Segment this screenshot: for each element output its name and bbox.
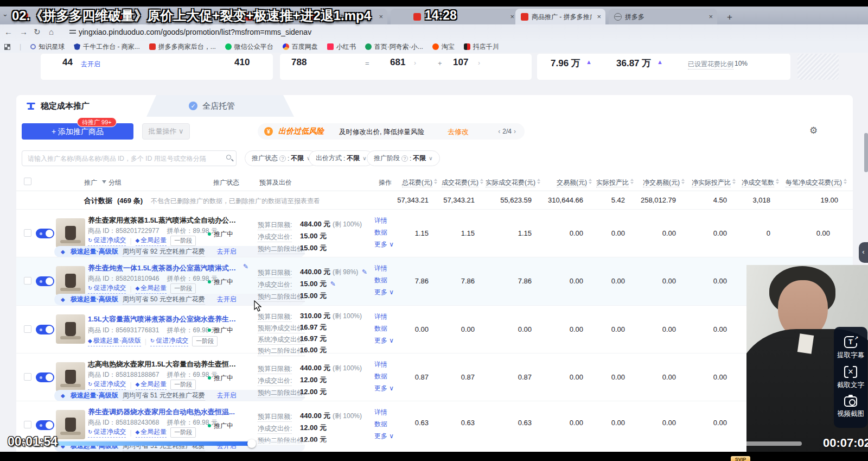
banner-enable-link[interactable]: 去开启 xyxy=(217,247,237,256)
col-metric[interactable]: 净实际投产比 xyxy=(692,178,736,187)
svip-badge[interactable]: SVIP xyxy=(731,456,750,461)
more-link[interactable]: 更多 ∨ xyxy=(374,432,394,441)
bookmark[interactable]: 千牛工作台 - 商家... xyxy=(74,42,140,52)
filter-promo-status[interactable]: 推广状态 ?: 不限 ∨ xyxy=(245,150,318,166)
apps-grid-icon[interactable] xyxy=(4,44,10,50)
more-link[interactable]: 更多 ∨ xyxy=(374,240,394,249)
site-info-icon[interactable] xyxy=(69,29,76,35)
add-promotion-button[interactable]: + 添加推广商品 xyxy=(22,123,133,140)
col-metric[interactable]: 交易额(元) xyxy=(557,178,592,187)
select-all-checkbox[interactable] xyxy=(24,178,31,185)
search-box[interactable] xyxy=(22,150,237,166)
enable-link[interactable]: 去开启 xyxy=(81,60,100,69)
settings-gear-icon[interactable]: ⚙ xyxy=(809,125,818,136)
tab-search-caret-icon[interactable]: ⌄ xyxy=(2,10,8,18)
tag-link[interactable]: ◆全局起量 xyxy=(136,427,167,438)
tag-link[interactable]: ↻促进净成交 xyxy=(88,380,126,390)
edit-icon[interactable]: ✎ xyxy=(330,280,336,288)
close-icon[interactable]: × xyxy=(510,12,514,21)
bookmark[interactable]: 首页·阿奇索·小... xyxy=(365,42,423,52)
row-checkbox[interactable] xyxy=(24,277,31,285)
promo-toggle[interactable] xyxy=(36,420,54,430)
tab-shop-hosting[interactable]: ✓ 全店托管 xyxy=(189,95,235,117)
reload-icon[interactable]: ↻ xyxy=(34,27,41,37)
detail-link[interactable]: 详情 xyxy=(374,360,387,369)
detail-link[interactable]: 详情 xyxy=(374,408,387,417)
detail-link[interactable]: 详情 xyxy=(374,264,387,273)
col-metric[interactable]: 总花费(元) xyxy=(402,178,437,187)
banner-enable-link[interactable]: 去开启 xyxy=(217,295,237,304)
pager-prev-icon[interactable]: ‹ xyxy=(496,128,502,135)
bookmark[interactable]: 淘宝 xyxy=(432,42,455,52)
filter-funnel-icon[interactable] xyxy=(102,180,106,184)
bookmark[interactable]: 知识星球 xyxy=(30,42,65,52)
col-metric[interactable]: 每笔净成交花费(元) xyxy=(786,178,847,187)
new-tab-button[interactable]: + xyxy=(727,12,732,23)
filter-bid-type[interactable]: 出价方式: 不限 ∨ xyxy=(309,150,374,166)
bookmark[interactable]: 百度网盘 xyxy=(283,42,318,52)
close-icon[interactable]: × xyxy=(597,12,601,21)
scrollbar-thumb[interactable] xyxy=(864,133,868,172)
row-checkbox[interactable] xyxy=(24,421,31,428)
detail-link[interactable]: 详情 xyxy=(374,312,387,321)
bookmark[interactable]: 微信公众平台 xyxy=(225,42,273,52)
col-metric[interactable]: 成交花费(元) xyxy=(442,178,483,187)
browser-tab-pdd[interactable]: 拼多多 × xyxy=(609,9,717,24)
forward-icon[interactable]: → xyxy=(20,27,28,36)
pager-next-icon[interactable]: › xyxy=(512,128,518,135)
promo-toggle[interactable] xyxy=(36,325,54,334)
product-name[interactable]: 1.5L大容量蒸汽喷淋煮茶器办公室烧水壶养生壶... xyxy=(88,314,240,324)
warning-pager[interactable]: ‹2/4› xyxy=(496,128,518,135)
close-icon[interactable]: × xyxy=(709,12,713,21)
batch-actions-button[interactable]: 批量操作 ∨ xyxy=(142,123,190,140)
product-name[interactable]: 养生壶炖煮一体1.5L煮茶器办公室蒸汽喷淋式全... xyxy=(88,263,240,273)
product-name[interactable]: 志高电热烧水壶家用1.5L大容量自动养生壶恒温... xyxy=(88,359,240,369)
tag-link[interactable]: ◆全局起量 xyxy=(136,283,167,294)
chevron-right-icon[interactable]: › xyxy=(414,59,416,67)
capture-text-button[interactable]: ✕ 截取文字 xyxy=(837,366,864,390)
tag-link[interactable]: ↻促进净成交 xyxy=(88,236,126,246)
url-bar[interactable]: yingxiao.pinduoduo.com/goods/promotion/l… xyxy=(79,28,311,36)
tag-link[interactable]: ◆全局起量 xyxy=(136,236,167,246)
close-icon[interactable]: × xyxy=(379,12,383,21)
col-metric[interactable]: 实际投产比 xyxy=(596,178,634,187)
detail-link[interactable]: 详情 xyxy=(374,216,387,225)
tag-link[interactable]: ↻促进净成交 xyxy=(88,283,126,294)
bookmark[interactable]: 拼多多商家后台，... xyxy=(149,42,216,52)
home-icon[interactable]: ⌂ xyxy=(49,27,54,36)
fix-bid-link[interactable]: 去修改 xyxy=(448,127,469,137)
tag-link[interactable]: ↻促进净成交 xyxy=(88,427,126,438)
promo-toggle[interactable] xyxy=(36,276,54,286)
tag-link[interactable]: ◆全局起量 xyxy=(136,380,167,390)
product-name[interactable]: 养生壶调奶器烧水壶家用全自动电热水壶恒温... xyxy=(88,407,235,417)
search-icon[interactable] xyxy=(226,155,231,160)
back-icon[interactable]: ← xyxy=(4,27,12,36)
edit-icon[interactable]: ✎ xyxy=(362,268,367,276)
extract-subtitles-button[interactable]: T 提取字幕 xyxy=(837,336,864,360)
search-input[interactable] xyxy=(28,151,223,165)
more-link[interactable]: 更多 ∨ xyxy=(374,288,394,297)
promo-toggle[interactable] xyxy=(36,229,54,238)
filter-promo-stage[interactable]: 推广阶段 ?: 不限 ∨ xyxy=(367,150,440,166)
promo-toggle[interactable] xyxy=(36,372,54,382)
chevron-right-icon[interactable]: › xyxy=(478,59,480,67)
more-link[interactable]: 更多 ∨ xyxy=(374,384,394,393)
row-checkbox[interactable] xyxy=(24,325,31,333)
col-metric[interactable]: 净交易额(元) xyxy=(643,178,685,187)
browser-tab-active[interactable]: 商品推广 - 拼多多推广平台 × xyxy=(515,9,605,24)
col-group[interactable]: 分组 xyxy=(108,178,122,187)
more-link[interactable]: 更多 ∨ xyxy=(374,336,394,345)
col-metric[interactable]: 实际成交花费(元) xyxy=(486,178,540,187)
tag-link[interactable]: ↻促进净成交 xyxy=(150,336,188,346)
tab-stable-cost[interactable]: 稳定成本推广 xyxy=(26,95,90,117)
bookmark[interactable]: 抖店千川 xyxy=(464,42,499,52)
row-checkbox[interactable] xyxy=(24,229,31,237)
row-checkbox[interactable] xyxy=(24,373,31,381)
bookmark[interactable]: 小红书 xyxy=(327,42,356,52)
side-collapse-handle[interactable]: ‹ xyxy=(859,242,868,263)
video-progress-knob[interactable] xyxy=(247,439,256,448)
video-screenshot-button[interactable]: 视频截图 xyxy=(837,395,864,419)
edit-icon[interactable]: ✎ xyxy=(243,263,248,270)
product-name[interactable]: 养生壶家用煮茶器1.5L蒸汽喷淋式全自动办公室... xyxy=(88,216,240,225)
tag-link[interactable]: ◆极速起量·高级版 xyxy=(88,336,141,346)
